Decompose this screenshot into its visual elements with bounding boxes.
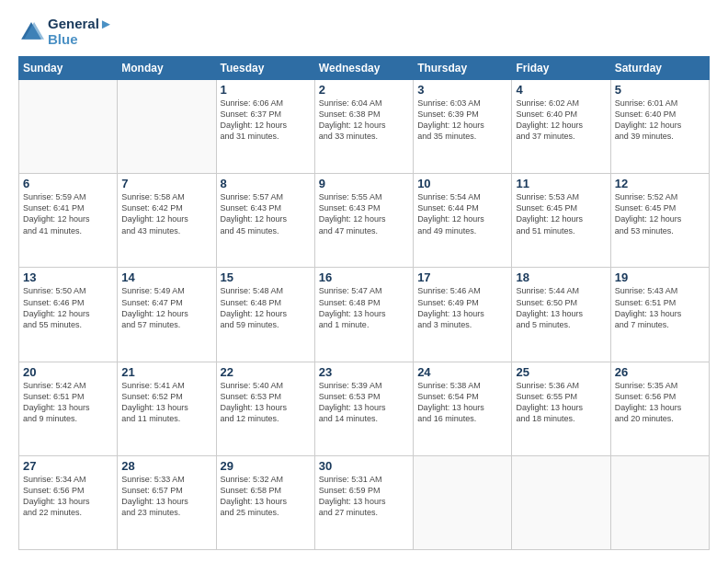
day-number: 27 bbox=[23, 459, 113, 473]
calendar-cell bbox=[19, 80, 118, 174]
calendar-cell: 10Sunrise: 5:54 AM Sunset: 6:44 PM Dayli… bbox=[414, 174, 512, 268]
logo: General►Blue bbox=[18, 17, 113, 47]
calendar-cell: 27Sunrise: 5:34 AM Sunset: 6:56 PM Dayli… bbox=[19, 455, 118, 549]
calendar-cell: 6Sunrise: 5:59 AM Sunset: 6:41 PM Daylig… bbox=[19, 174, 118, 268]
calendar-cell: 28Sunrise: 5:33 AM Sunset: 6:57 PM Dayli… bbox=[118, 455, 216, 549]
day-info: Sunrise: 6:04 AM Sunset: 6:38 PM Dayligh… bbox=[319, 98, 409, 143]
day-info: Sunrise: 5:47 AM Sunset: 6:48 PM Dayligh… bbox=[319, 285, 409, 330]
day-number: 16 bbox=[319, 270, 409, 284]
day-info: Sunrise: 5:46 AM Sunset: 6:49 PM Dayligh… bbox=[417, 285, 507, 330]
header: General►Blue bbox=[18, 17, 710, 47]
day-info: Sunrise: 5:58 AM Sunset: 6:42 PM Dayligh… bbox=[121, 191, 211, 236]
day-info: Sunrise: 5:48 AM Sunset: 6:48 PM Dayligh… bbox=[221, 285, 311, 330]
day-number: 1 bbox=[221, 83, 311, 97]
day-info: Sunrise: 5:57 AM Sunset: 6:43 PM Dayligh… bbox=[221, 191, 311, 236]
day-info: Sunrise: 5:44 AM Sunset: 6:50 PM Dayligh… bbox=[516, 285, 606, 330]
calendar-cell: 22Sunrise: 5:40 AM Sunset: 6:53 PM Dayli… bbox=[216, 362, 314, 455]
day-info: Sunrise: 5:32 AM Sunset: 6:58 PM Dayligh… bbox=[221, 474, 311, 519]
calendar-cell bbox=[118, 80, 216, 174]
day-info: Sunrise: 5:50 AM Sunset: 6:46 PM Dayligh… bbox=[23, 285, 113, 330]
day-info: Sunrise: 5:53 AM Sunset: 6:45 PM Dayligh… bbox=[516, 191, 606, 236]
page: General►Blue SundayMondayTuesdayWednesda… bbox=[0, 0, 728, 563]
calendar-cell: 13Sunrise: 5:50 AM Sunset: 6:46 PM Dayli… bbox=[19, 268, 118, 362]
day-info: Sunrise: 5:55 AM Sunset: 6:43 PM Dayligh… bbox=[319, 191, 409, 236]
day-number: 25 bbox=[516, 365, 606, 379]
day-number: 26 bbox=[615, 365, 705, 379]
day-number: 28 bbox=[121, 459, 211, 473]
calendar-cell: 4Sunrise: 6:02 AM Sunset: 6:40 PM Daylig… bbox=[512, 80, 610, 174]
day-number: 22 bbox=[221, 365, 311, 379]
calendar-cell: 14Sunrise: 5:49 AM Sunset: 6:47 PM Dayli… bbox=[118, 268, 216, 362]
calendar-cell: 17Sunrise: 5:46 AM Sunset: 6:49 PM Dayli… bbox=[414, 268, 512, 362]
calendar-cell: 25Sunrise: 5:36 AM Sunset: 6:55 PM Dayli… bbox=[512, 362, 610, 455]
day-number: 14 bbox=[121, 270, 211, 284]
calendar-cell: 30Sunrise: 5:31 AM Sunset: 6:59 PM Dayli… bbox=[314, 455, 413, 549]
calendar-table: SundayMondayTuesdayWednesdayThursdayFrid… bbox=[18, 56, 710, 550]
calendar-cell: 8Sunrise: 5:57 AM Sunset: 6:43 PM Daylig… bbox=[216, 174, 314, 268]
calendar-cell: 23Sunrise: 5:39 AM Sunset: 6:53 PM Dayli… bbox=[314, 362, 413, 455]
day-number: 12 bbox=[615, 177, 705, 190]
calendar-week-1: 1Sunrise: 6:06 AM Sunset: 6:37 PM Daylig… bbox=[19, 80, 710, 174]
day-info: Sunrise: 5:36 AM Sunset: 6:55 PM Dayligh… bbox=[516, 380, 606, 425]
col-header-saturday: Saturday bbox=[610, 57, 709, 80]
calendar-week-5: 27Sunrise: 5:34 AM Sunset: 6:56 PM Dayli… bbox=[19, 455, 710, 549]
calendar-cell: 18Sunrise: 5:44 AM Sunset: 6:50 PM Dayli… bbox=[512, 268, 610, 362]
calendar-cell: 16Sunrise: 5:47 AM Sunset: 6:48 PM Dayli… bbox=[314, 268, 413, 362]
day-info: Sunrise: 6:01 AM Sunset: 6:40 PM Dayligh… bbox=[615, 98, 705, 143]
day-info: Sunrise: 5:43 AM Sunset: 6:51 PM Dayligh… bbox=[615, 285, 705, 330]
calendar-cell: 11Sunrise: 5:53 AM Sunset: 6:45 PM Dayli… bbox=[512, 174, 610, 268]
calendar-cell: 3Sunrise: 6:03 AM Sunset: 6:39 PM Daylig… bbox=[414, 80, 512, 174]
calendar-week-3: 13Sunrise: 5:50 AM Sunset: 6:46 PM Dayli… bbox=[19, 268, 710, 362]
day-info: Sunrise: 5:59 AM Sunset: 6:41 PM Dayligh… bbox=[23, 191, 113, 236]
calendar-cell: 26Sunrise: 5:35 AM Sunset: 6:56 PM Dayli… bbox=[610, 362, 709, 455]
day-info: Sunrise: 6:02 AM Sunset: 6:40 PM Dayligh… bbox=[516, 98, 606, 143]
day-info: Sunrise: 5:35 AM Sunset: 6:56 PM Dayligh… bbox=[615, 380, 705, 425]
calendar-cell: 2Sunrise: 6:04 AM Sunset: 6:38 PM Daylig… bbox=[314, 80, 413, 174]
calendar-cell: 7Sunrise: 5:58 AM Sunset: 6:42 PM Daylig… bbox=[118, 174, 216, 268]
day-number: 2 bbox=[319, 83, 409, 97]
day-number: 20 bbox=[23, 365, 113, 379]
day-info: Sunrise: 6:03 AM Sunset: 6:39 PM Dayligh… bbox=[417, 98, 507, 143]
col-header-sunday: Sunday bbox=[19, 57, 118, 80]
day-number: 3 bbox=[417, 83, 507, 97]
day-info: Sunrise: 5:52 AM Sunset: 6:45 PM Dayligh… bbox=[615, 191, 705, 236]
day-number: 6 bbox=[23, 177, 113, 190]
day-info: Sunrise: 5:39 AM Sunset: 6:53 PM Dayligh… bbox=[319, 380, 409, 425]
day-info: Sunrise: 5:42 AM Sunset: 6:51 PM Dayligh… bbox=[23, 380, 113, 425]
day-number: 7 bbox=[121, 177, 211, 190]
calendar-cell bbox=[512, 455, 610, 549]
logo-icon bbox=[18, 19, 44, 45]
calendar-header-row: SundayMondayTuesdayWednesdayThursdayFrid… bbox=[19, 57, 710, 80]
day-info: Sunrise: 6:06 AM Sunset: 6:37 PM Dayligh… bbox=[221, 98, 311, 143]
day-number: 17 bbox=[417, 270, 507, 284]
col-header-wednesday: Wednesday bbox=[314, 57, 413, 80]
day-info: Sunrise: 5:54 AM Sunset: 6:44 PM Dayligh… bbox=[417, 191, 507, 236]
calendar-cell: 12Sunrise: 5:52 AM Sunset: 6:45 PM Dayli… bbox=[610, 174, 709, 268]
day-info: Sunrise: 5:41 AM Sunset: 6:52 PM Dayligh… bbox=[121, 380, 211, 425]
day-info: Sunrise: 5:40 AM Sunset: 6:53 PM Dayligh… bbox=[221, 380, 311, 425]
calendar-week-2: 6Sunrise: 5:59 AM Sunset: 6:41 PM Daylig… bbox=[19, 174, 710, 268]
day-number: 10 bbox=[417, 177, 507, 190]
day-number: 15 bbox=[221, 270, 311, 284]
day-number: 23 bbox=[319, 365, 409, 379]
day-number: 4 bbox=[516, 83, 606, 97]
calendar-cell: 19Sunrise: 5:43 AM Sunset: 6:51 PM Dayli… bbox=[610, 268, 709, 362]
day-number: 13 bbox=[23, 270, 113, 284]
col-header-monday: Monday bbox=[118, 57, 216, 80]
logo-text: General►Blue bbox=[48, 17, 113, 47]
col-header-thursday: Thursday bbox=[414, 57, 512, 80]
calendar-cell: 20Sunrise: 5:42 AM Sunset: 6:51 PM Dayli… bbox=[19, 362, 118, 455]
calendar-cell: 5Sunrise: 6:01 AM Sunset: 6:40 PM Daylig… bbox=[610, 80, 709, 174]
day-number: 24 bbox=[417, 365, 507, 379]
day-info: Sunrise: 5:38 AM Sunset: 6:54 PM Dayligh… bbox=[417, 380, 507, 425]
calendar-cell: 9Sunrise: 5:55 AM Sunset: 6:43 PM Daylig… bbox=[314, 174, 413, 268]
calendar-cell: 24Sunrise: 5:38 AM Sunset: 6:54 PM Dayli… bbox=[414, 362, 512, 455]
day-number: 21 bbox=[121, 365, 211, 379]
day-info: Sunrise: 5:31 AM Sunset: 6:59 PM Dayligh… bbox=[319, 474, 409, 519]
day-number: 5 bbox=[615, 83, 705, 97]
col-header-friday: Friday bbox=[512, 57, 610, 80]
day-number: 8 bbox=[221, 177, 311, 190]
calendar-cell: 21Sunrise: 5:41 AM Sunset: 6:52 PM Dayli… bbox=[118, 362, 216, 455]
day-number: 30 bbox=[319, 459, 409, 473]
day-number: 11 bbox=[516, 177, 606, 190]
